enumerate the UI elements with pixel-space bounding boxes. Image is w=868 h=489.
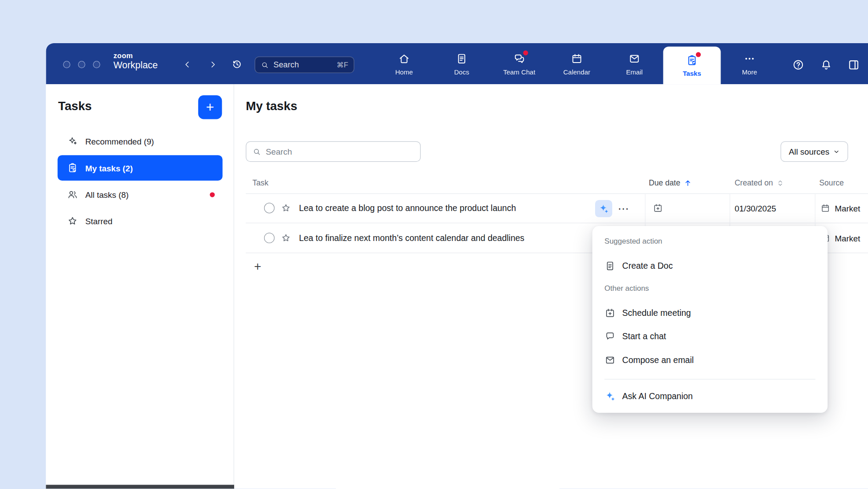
source-calendar-icon bbox=[820, 204, 831, 214]
sidebar-item-recommended[interactable]: Recommended (9) bbox=[58, 129, 223, 154]
add-task-button[interactable]: + bbox=[198, 95, 222, 119]
zoom-logo: zoom bbox=[114, 52, 133, 60]
star-icon[interactable] bbox=[281, 203, 291, 213]
add-due-date-icon[interactable] bbox=[653, 203, 663, 213]
task-search-input[interactable] bbox=[266, 147, 414, 156]
suggested-action-header: Suggested action bbox=[604, 237, 662, 245]
star-icon bbox=[67, 215, 78, 226]
global-search-placeholder: Search bbox=[273, 60, 299, 69]
menu-item-compose-email[interactable]: Compose an email bbox=[604, 351, 819, 370]
window-minimize-button[interactable] bbox=[78, 61, 85, 68]
primary-nav: Home Docs Team Chat bbox=[375, 43, 779, 84]
envelope-icon bbox=[604, 355, 615, 366]
add-new-task-button[interactable]: + bbox=[254, 260, 261, 273]
nav-tab-more[interactable]: More bbox=[721, 43, 778, 84]
sources-filter-label: All sources bbox=[789, 147, 829, 156]
menu-item-label: Compose an email bbox=[622, 355, 694, 365]
sidebar-item-label: All tasks (8) bbox=[85, 190, 129, 199]
menu-item-create-doc[interactable]: Create a Doc bbox=[604, 256, 819, 275]
source-cell: Market bbox=[820, 193, 860, 223]
sources-filter-dropdown[interactable]: All sources bbox=[780, 141, 848, 162]
sort-toggle-icon bbox=[776, 179, 785, 187]
source-value: Market bbox=[835, 233, 861, 243]
calendar-plus-icon bbox=[604, 307, 615, 319]
side-panel-icon[interactable] bbox=[847, 58, 860, 71]
email-icon bbox=[628, 52, 640, 65]
ai-companion-button[interactable] bbox=[595, 200, 612, 217]
nav-tab-team-chat[interactable]: Team Chat bbox=[490, 43, 548, 84]
task-search[interactable] bbox=[246, 141, 420, 162]
all-tasks-notification-dot bbox=[210, 192, 215, 197]
nav-tab-home[interactable]: Home bbox=[375, 43, 433, 84]
forward-button[interactable] bbox=[207, 59, 218, 70]
nav-tab-email[interactable]: Email bbox=[606, 43, 663, 84]
column-header-source[interactable]: Source bbox=[819, 178, 844, 187]
page-title: My tasks bbox=[246, 99, 297, 114]
tasks-unread-badge bbox=[696, 52, 701, 57]
history-icon[interactable] bbox=[232, 59, 243, 70]
global-search[interactable]: Search ⌘F bbox=[255, 56, 354, 73]
tasks-icon bbox=[686, 53, 698, 67]
chat-bubble-icon bbox=[604, 331, 615, 342]
chevron-down-icon bbox=[833, 148, 840, 155]
more-icon bbox=[743, 52, 756, 65]
search-shortcut: ⌘F bbox=[337, 61, 348, 69]
menu-item-label: Create a Doc bbox=[622, 261, 673, 271]
doc-icon bbox=[604, 260, 615, 271]
nav-tab-docs[interactable]: Docs bbox=[433, 43, 490, 84]
source-value: Market bbox=[835, 204, 861, 213]
home-icon bbox=[398, 52, 410, 65]
window-zoom-button[interactable] bbox=[93, 61, 100, 68]
tasks-sidebar: Tasks + Recommended (9) My tasks (2) All… bbox=[46, 84, 234, 489]
sidebar-item-all-tasks[interactable]: All tasks (8) bbox=[58, 182, 223, 207]
menu-item-label: Start a chat bbox=[622, 331, 666, 341]
back-button[interactable] bbox=[182, 59, 193, 70]
cell-divider bbox=[815, 193, 815, 223]
popup-divider bbox=[604, 379, 815, 379]
window-close-button[interactable] bbox=[63, 61, 70, 68]
task-title: Lea to finalize next month’s content cal… bbox=[299, 223, 524, 253]
calendar-icon bbox=[571, 52, 583, 65]
workplace-logo: Workplace bbox=[114, 60, 158, 71]
sidebar-item-starred[interactable]: Starred bbox=[58, 208, 223, 234]
team-chat-unread-badge bbox=[523, 50, 528, 55]
sidebar-item-my-tasks[interactable]: My tasks (2) bbox=[58, 155, 223, 181]
column-header-created-on[interactable]: Created on bbox=[735, 178, 785, 187]
ai-companion-icon bbox=[604, 391, 615, 402]
background-window-edge bbox=[46, 485, 234, 489]
sidebar-title: Tasks bbox=[58, 99, 92, 114]
sidebar-item-label: Starred bbox=[85, 216, 113, 226]
star-icon[interactable] bbox=[281, 233, 291, 243]
docs-icon bbox=[456, 52, 468, 65]
menu-item-label: Schedule meeting bbox=[622, 308, 691, 318]
help-icon[interactable] bbox=[791, 58, 805, 71]
task-complete-radio[interactable] bbox=[264, 203, 275, 213]
nav-tab-calendar[interactable]: Calendar bbox=[548, 43, 606, 84]
sort-ascending-icon bbox=[684, 179, 692, 187]
notifications-bell-icon[interactable] bbox=[819, 58, 832, 71]
menu-item-label: Ask AI Companion bbox=[622, 391, 693, 401]
screen: zoom Workplace Search ⌘F bbox=[0, 0, 868, 489]
sparkles-icon bbox=[67, 136, 78, 147]
sidebar-item-label: Recommended (9) bbox=[85, 137, 154, 146]
menu-item-start-chat[interactable]: Start a chat bbox=[604, 327, 819, 346]
ai-actions-popup: Suggested action Create a Doc Other acti… bbox=[592, 226, 828, 413]
cell-divider bbox=[730, 193, 730, 223]
people-icon bbox=[67, 189, 78, 200]
task-complete-radio[interactable] bbox=[264, 233, 275, 243]
task-row[interactable]: Lea to create a blog post to announce th… bbox=[246, 193, 868, 223]
team-chat-icon bbox=[513, 52, 526, 65]
sidebar-item-label: My tasks (2) bbox=[85, 163, 133, 172]
nav-tab-tasks[interactable]: Tasks bbox=[663, 47, 721, 85]
menu-item-schedule-meeting[interactable]: Schedule meeting bbox=[604, 304, 819, 322]
cell-divider bbox=[645, 193, 645, 223]
column-header-due-date[interactable]: Due date bbox=[649, 178, 692, 187]
column-header-task[interactable]: Task bbox=[252, 178, 268, 187]
search-icon bbox=[252, 147, 261, 156]
task-title: Lea to create a blog post to announce th… bbox=[299, 193, 516, 223]
menu-item-ask-ai-companion[interactable]: Ask AI Companion bbox=[604, 387, 819, 406]
top-navbar: zoom Workplace Search ⌘F bbox=[46, 43, 868, 84]
row-more-button[interactable]: ⋯ bbox=[618, 193, 629, 223]
other-actions-header: Other actions bbox=[604, 284, 649, 293]
my-tasks-icon bbox=[67, 162, 78, 173]
